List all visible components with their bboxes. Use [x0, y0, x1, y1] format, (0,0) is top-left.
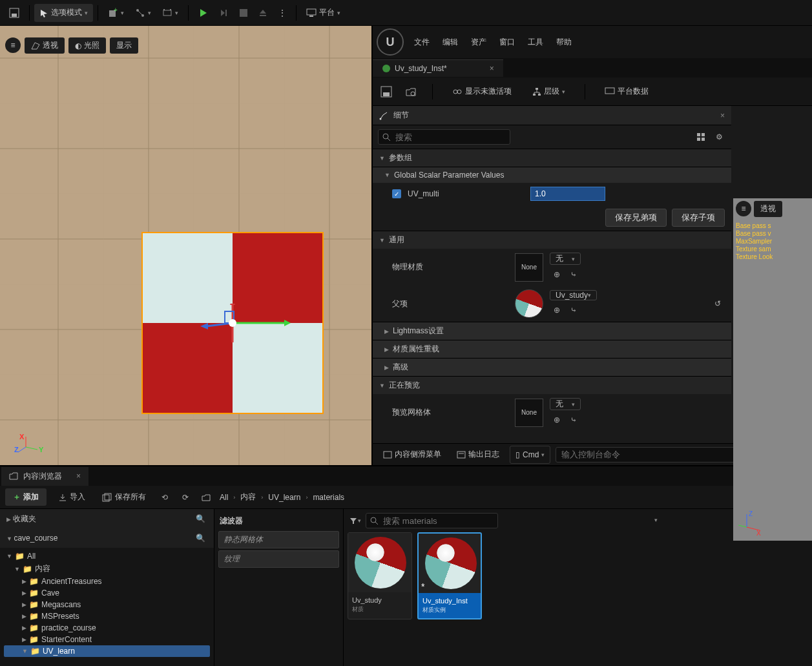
menu-help[interactable]: 帮助: [556, 37, 572, 48]
close-details-icon[interactable]: ×: [720, 111, 725, 120]
section-general[interactable]: ▼通用: [373, 231, 731, 249]
details-settings-icon[interactable]: ⚙: [712, 130, 726, 144]
tree-item[interactable]: ▶📁practice_course: [4, 622, 210, 634]
phys-mat-thumb[interactable]: None: [515, 253, 543, 282]
parent-dropdown[interactable]: Uv_study▾: [550, 290, 597, 300]
browse-to-icon[interactable]: ⤷: [567, 413, 581, 427]
add-button[interactable]: ＋添加: [5, 488, 47, 506]
filter-chip[interactable]: 静态网格体: [218, 531, 339, 548]
tree-item[interactable]: ▶📁MSPresets: [4, 610, 210, 622]
menu-edit[interactable]: 编辑: [442, 37, 458, 48]
svg-rect-8: [170, 9, 171, 10]
menu-tools[interactable]: 工具: [528, 37, 543, 48]
preview-menu-icon[interactable]: ≡: [736, 201, 751, 216]
breadcrumb-item[interactable]: UV_learn: [268, 493, 300, 502]
stop-button[interactable]: [234, 4, 253, 22]
close-tab-icon[interactable]: ×: [76, 472, 81, 481]
svg-point-46: [453, 90, 457, 94]
tree-item[interactable]: ▶📁Megascans: [4, 599, 210, 610]
import-button[interactable]: 导入: [53, 488, 90, 506]
browse-to-icon[interactable]: ⤷: [567, 303, 581, 317]
content-browser-tab[interactable]: 内容浏览器 ×: [1, 467, 88, 486]
breadcrumb-item[interactable]: 内容: [240, 492, 256, 503]
phys-mat-dropdown[interactable]: 无▾: [550, 253, 581, 265]
search-icon[interactable]: 🔍: [193, 512, 207, 526]
uv-multi-input[interactable]: [530, 187, 605, 201]
output-log-button[interactable]: 输出日志: [452, 446, 505, 464]
show-inactive-button[interactable]: 显示未激活项: [447, 83, 517, 101]
browse-to-icon[interactable]: ⤷: [567, 267, 581, 282]
use-selected-icon[interactable]: ⊕: [550, 413, 564, 427]
content-drawer-button[interactable]: 内容侧滑菜单: [378, 446, 446, 464]
uv-multi-checkbox[interactable]: ✓: [392, 189, 401, 198]
viewport-menu-icon[interactable]: ≡: [5, 37, 21, 53]
section-advanced[interactable]: ▶高级: [373, 358, 731, 376]
sequencer-icon[interactable]: ▾: [157, 4, 183, 22]
asset-card[interactable]: Uv_study 材质: [348, 532, 412, 619]
menu-file[interactable]: 文件: [414, 37, 430, 48]
svg-rect-1: [12, 14, 17, 17]
asset-card-selected[interactable]: * Uv_study_Inst 材质实例: [417, 532, 482, 619]
filter-chip[interactable]: 纹理: [218, 550, 339, 568]
save-sibling-button[interactable]: 保存兄弟项: [605, 209, 667, 227]
tree-item[interactable]: ▶📁StarterContent: [4, 634, 210, 645]
details-view-options-icon[interactable]: [694, 130, 708, 144]
browse-asset-icon[interactable]: [404, 85, 418, 99]
close-tab-icon[interactable]: ×: [490, 64, 494, 73]
save-all-button[interactable]: 保存所有: [97, 488, 151, 506]
play-button[interactable]: [193, 4, 214, 22]
parent-thumb[interactable]: [515, 289, 543, 318]
viewport-show-dropdown[interactable]: 显示: [110, 37, 138, 54]
section-global-scalar[interactable]: ▼Global Scalar Parameter Values: [373, 167, 731, 183]
selected-plane-actor[interactable]: [143, 233, 322, 413]
menu-asset[interactable]: 资产: [471, 37, 486, 48]
details-search-input[interactable]: [378, 129, 510, 145]
step-button[interactable]: [214, 4, 234, 22]
save-asset-icon[interactable]: [379, 85, 393, 99]
preview-perspective-pill[interactable]: 透视: [754, 201, 782, 217]
material-preview-viewport[interactable]: ≡ 透视 Base pass s Base pass v MaxSampler …: [733, 198, 812, 541]
favorites-header[interactable]: ▶ 收藏夹🔍: [0, 509, 214, 528]
asset-search-input[interactable]: [366, 513, 498, 528]
search-icon[interactable]: 🔍: [193, 531, 207, 545]
details-tab-label[interactable]: 细节: [393, 110, 409, 121]
section-lightmass[interactable]: ▶Lightmass设置: [373, 322, 731, 340]
preview-mesh-thumb[interactable]: None: [515, 399, 543, 427]
viewport-lightmode-dropdown[interactable]: ◐ 光照: [68, 37, 106, 54]
folder-up-icon[interactable]: [199, 490, 213, 505]
reset-to-default-icon[interactable]: ↺: [711, 297, 725, 311]
section-mat-override[interactable]: ▶材质属性重载: [373, 340, 731, 358]
tree-item[interactable]: ▶📁AncientTreasures: [4, 576, 210, 587]
create-icon[interactable]: +▾: [103, 4, 129, 22]
play-options-icon[interactable]: ⋮: [273, 4, 291, 22]
svg-text:Z: Z: [14, 446, 19, 453]
filter-toggle-icon[interactable]: ▾: [348, 514, 362, 528]
breadcrumb-item[interactable]: materials: [313, 493, 344, 502]
use-selected-icon[interactable]: ⊕: [550, 303, 564, 317]
history-forward-icon[interactable]: ⟳: [178, 490, 193, 505]
menu-window[interactable]: 窗口: [499, 37, 515, 48]
platform-data-button[interactable]: 平台数据: [599, 83, 654, 101]
selection-mode-dropdown[interactable]: 选项模式 ▾: [34, 4, 93, 22]
breadcrumb-item[interactable]: All: [220, 493, 228, 502]
project-header[interactable]: ▼ cave_course🔍: [0, 528, 214, 548]
save-child-button[interactable]: 保存子项: [672, 209, 725, 227]
use-selected-icon[interactable]: ⊕: [550, 267, 564, 282]
tree-item[interactable]: ▶📁Cave: [4, 587, 210, 599]
tree-item-content[interactable]: ▼📁内容: [4, 562, 210, 576]
level-viewport[interactable]: ≡ 透视 ◐ 光照 显示 XZY: [0, 26, 371, 465]
save-icon[interactable]: [4, 4, 25, 22]
cmd-dropdown[interactable]: ▯Cmd▾: [510, 446, 550, 464]
blueprint-icon[interactable]: ▾: [130, 4, 156, 22]
preview-mesh-dropdown[interactable]: 无▾: [550, 398, 581, 410]
platform-dropdown[interactable]: 平台▾: [301, 4, 346, 22]
eject-button[interactable]: [253, 4, 273, 22]
section-param-group[interactable]: ▼参数组: [373, 149, 731, 167]
tree-item-uvlearn[interactable]: ▼📁UV_learn: [4, 645, 210, 657]
history-back-icon[interactable]: ⟲: [158, 490, 172, 505]
material-tab[interactable]: Uv_study_Inst* ×: [373, 59, 503, 77]
tree-item-all[interactable]: ▼📁All: [4, 550, 210, 562]
viewport-perspective-dropdown[interactable]: 透视: [25, 37, 65, 54]
hierarchy-dropdown[interactable]: 层级▾: [527, 83, 570, 101]
section-previewing[interactable]: ▼正在预览: [373, 376, 731, 394]
